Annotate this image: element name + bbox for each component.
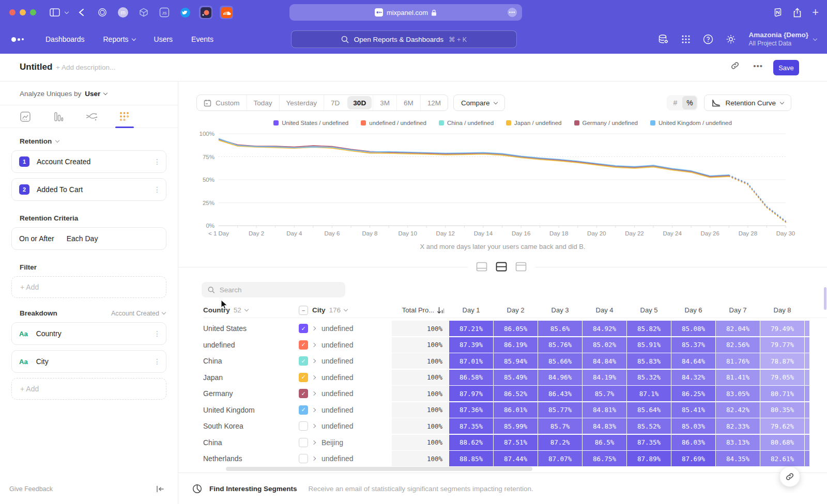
retention-cell-day-8[interactable]: 82.61% [760,451,804,466]
row-checkbox[interactable]: ✓ [299,356,308,366]
expand-row-icon[interactable] [312,376,321,379]
retention-cell-day-5[interactable]: 85.64% [627,402,671,418]
retention-cell-day-1[interactable]: 87.39% [449,337,493,353]
retention-cell-day-5[interactable]: 87.89% [627,451,671,466]
retention-cell-day-3[interactable]: 86.43% [538,386,582,401]
expand-row-icon[interactable] [312,392,321,395]
share-icon[interactable] [793,8,802,18]
retention-cell-day-6[interactable]: 85.37% [671,337,715,353]
day-column-header-day-6[interactable]: Day 6 [671,306,715,314]
retention-cell-day-6[interactable]: 85.41% [671,402,715,418]
mixpanel-logo-icon[interactable] [11,37,24,42]
criteria-each-day-select[interactable]: Each Day [67,234,159,243]
table-search[interactable] [202,282,345,297]
city-column-header[interactable]: City 176 [312,306,392,314]
retention-cell-day-7[interactable]: 83.13% [716,435,760,450]
retention-cell-day-6[interactable]: 84.32% [671,370,715,385]
add-breakdown-button[interactable]: + Add [11,378,166,400]
date-range-today[interactable]: Today [247,95,279,111]
give-feedback-link[interactable]: Give Feedback [9,485,156,493]
close-window-button[interactable] [9,9,16,15]
retention-cell-day-6[interactable]: 87.69% [671,451,715,466]
retention-cell-day-5[interactable]: 87.1% [627,386,671,401]
table-search-input[interactable] [220,286,339,294]
retention-cell-day-1[interactable]: 86.58% [449,370,493,385]
retention-cell-day-2[interactable]: 87.51% [494,435,538,450]
add-description-button[interactable]: + Add description... [56,64,115,71]
day-column-header-day-5[interactable]: Day 5 [627,306,671,314]
vertical-scrollbar-thumb[interactable] [824,287,826,310]
retention-cell-day-8[interactable]: 79.62% [760,418,804,434]
retention-cell-day-1[interactable]: 87.21% [449,321,493,336]
date-range-12m[interactable]: 12M [420,95,448,111]
retention-cell-day-4[interactable]: 85.02% [583,337,626,353]
retention-cell-day-5[interactable]: 87.35% [627,435,671,450]
retention-section-title[interactable]: Retention [20,137,52,145]
retention-cell-day-2[interactable]: 85.94% [494,353,538,369]
retention-cell-day-4[interactable]: 84.81% [583,402,626,418]
breakdown-scope-select[interactable]: Account Created [111,310,165,317]
chart-only-view-button[interactable] [474,260,489,274]
day-column-header-day-2[interactable]: Day 2 [494,306,538,314]
insights-tab-icon[interactable] [14,106,36,127]
project-switcher[interactable]: Amazonia {Demo} All Project Data [748,31,817,48]
retention-cell-day-7[interactable]: 82.33% [716,418,760,434]
retention-cell-day-6[interactable]: 86.25% [671,386,715,401]
retention-cell-day-7[interactable]: 83.05% [716,386,760,401]
legend-item-japan-undefined[interactable]: Japan / undefined [506,120,561,126]
row-checkbox[interactable]: ✓ [299,405,308,415]
expand-row-icon[interactable] [312,441,321,444]
nav-item-events[interactable]: Events [191,35,213,43]
nav-item-reports[interactable]: Reports [103,35,135,43]
address-bar[interactable]: mixpanel.com ••• [289,4,522,21]
day-column-header-day-3[interactable]: Day 3 [538,306,582,314]
legend-item-germany-undefined[interactable]: Germany / undefined [574,120,638,126]
retention-cell-day-8[interactable]: 79.49% [760,321,804,336]
breakdown-menu-icon[interactable]: ⋮ [154,333,159,335]
tab-overview-chevron-icon[interactable] [65,12,68,13]
row-checkbox[interactable]: ✓ [299,389,308,398]
retention-cell-day-7[interactable]: 82.56% [716,337,760,353]
retention-cell-day-6[interactable]: 85.03% [671,418,715,434]
expand-row-icon[interactable] [312,343,321,346]
funnels-tab-icon[interactable] [48,106,69,127]
total-column-header[interactable]: Total Pro... [392,306,449,314]
retention-cell-day-5[interactable]: 85.32% [627,370,671,385]
legend-item-undefined-undefined[interactable]: undefined / undefined [361,120,426,126]
bird-icon[interactable] [178,6,192,19]
retention-cell-day-4[interactable]: 84.84% [583,353,626,369]
js-icon[interactable]: JS [158,6,171,19]
row-checkbox[interactable] [299,454,308,463]
soundcloud-tab-icon[interactable] [220,6,233,19]
retention-cell-day-3[interactable]: 85.76% [538,337,582,353]
retention-cell-day-5[interactable]: 85.83% [627,353,671,369]
ring-icon[interactable] [96,6,109,19]
retention-cell-day-7[interactable]: 84.35% [716,451,760,466]
retention-cell-day-7[interactable]: 82.42% [716,402,760,418]
flows-tab-icon[interactable] [81,106,102,127]
back-icon[interactable] [79,8,84,17]
retention-cell-day-2[interactable]: 86.19% [494,337,538,353]
retention-cell-day-4[interactable]: 84.19% [583,370,626,385]
retention-cell-day-3[interactable]: 85.66% [538,353,582,369]
retention-cell-day-6[interactable]: 84.64% [671,353,715,369]
row-checkbox[interactable]: ✓ [299,373,308,382]
date-range-7d[interactable]: 7D [324,95,346,111]
retention-cell-day-2[interactable]: 86.05% [494,321,538,336]
retention-cell-day-3[interactable]: 84.96% [538,370,582,385]
retention-cell-day-3[interactable]: 87.07% [538,451,582,466]
settings-gear-icon[interactable] [726,34,736,44]
row-checkbox[interactable] [299,421,308,431]
step-menu-icon[interactable]: ⋮ [154,188,159,191]
retention-cell-day-6[interactable]: 85.08% [671,321,715,336]
nav-item-users[interactable]: Users [154,35,173,43]
row-checkbox[interactable] [299,438,308,447]
retention-cell-day-6[interactable]: 86.03% [671,435,715,450]
help-icon[interactable] [703,34,713,44]
day-column-header-day-7[interactable]: Day 7 [716,306,760,314]
retention-cell-day-4[interactable]: 86.75% [583,451,626,466]
copy-link-button[interactable] [779,466,800,487]
retention-cell-day-2[interactable]: 87.44% [494,451,538,466]
retention-cell-day-4[interactable]: 85.7% [583,386,626,401]
breakdown-menu-icon[interactable]: ⋮ [154,360,159,363]
